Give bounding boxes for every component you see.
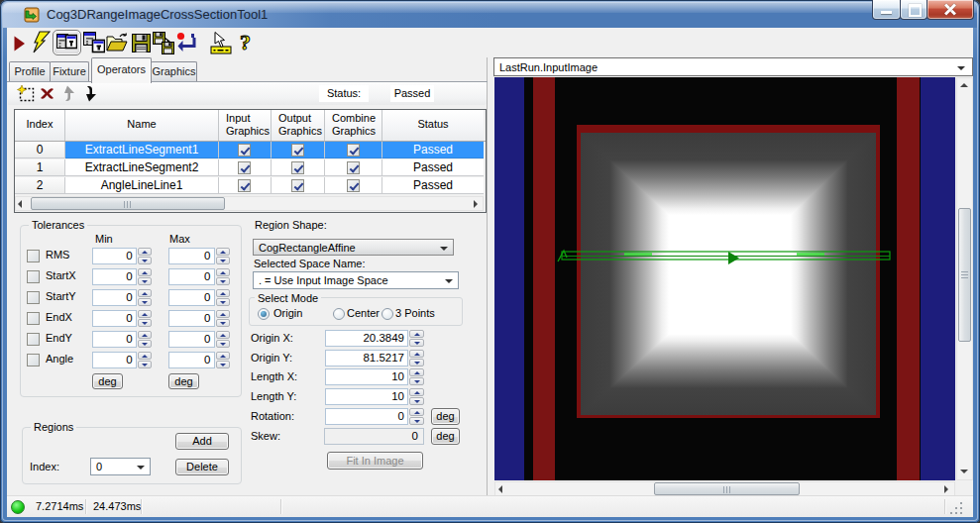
scrollbar-thumb[interactable] — [654, 482, 800, 495]
cell-combine-graphics[interactable] — [325, 142, 382, 158]
spin-down-button[interactable] — [216, 298, 230, 306]
cell-status[interactable]: Passed — [382, 159, 484, 176]
range-image-display[interactable] — [494, 77, 955, 480]
output-graphics-checkbox[interactable] — [291, 144, 304, 157]
radio-origin[interactable] — [258, 308, 270, 320]
spin-up-button[interactable] — [216, 331, 230, 339]
scroll-down-button[interactable] — [957, 464, 972, 479]
max-value[interactable]: 0 — [168, 289, 215, 306]
spin-down-button[interactable] — [138, 319, 152, 327]
tolerance-max-spinner[interactable]: 0 — [168, 331, 230, 348]
scrollbar-thumb[interactable] — [958, 208, 971, 342]
reset-icon[interactable] — [176, 32, 197, 53]
min-value[interactable]: 0 — [92, 268, 137, 285]
save-image-icon[interactable] — [153, 32, 174, 54]
scroll-right-button[interactable] — [938, 482, 954, 495]
tolerance-max-spinner[interactable]: 0 — [168, 352, 230, 368]
resize-grip[interactable] — [950, 501, 963, 514]
scroll-up-button[interactable] — [957, 78, 972, 94]
display-horizontal-scrollbar[interactable] — [494, 481, 955, 496]
spin-up-button[interactable] — [409, 330, 424, 338]
cell-name[interactable]: ExtractLineSegment1 — [65, 142, 219, 158]
close-button[interactable] — [926, 0, 974, 20]
spin-down-button[interactable] — [138, 298, 152, 306]
cell-input-graphics[interactable] — [219, 142, 272, 158]
cell-name[interactable]: ExtractLineSegment2 — [65, 159, 219, 176]
deg-button[interactable]: deg — [431, 408, 460, 425]
spin-down-button[interactable] — [138, 361, 152, 368]
region-index-combo[interactable]: 0 — [90, 458, 151, 475]
input-graphics-checkbox[interactable] — [238, 161, 251, 174]
spin-up-button[interactable] — [409, 388, 424, 396]
col-header-input-graphics[interactable]: InputGraphics — [219, 110, 272, 141]
field-spinner[interactable]: 81.5217 — [325, 350, 424, 366]
cell-index[interactable]: 2 — [15, 177, 65, 194]
cell-status[interactable]: Passed — [382, 177, 484, 194]
tab-operators[interactable]: Operators — [91, 57, 152, 83]
help-icon[interactable]: ? — [237, 31, 254, 54]
tolerance-max-spinner[interactable]: 0 — [168, 310, 230, 327]
col-header-output-graphics[interactable]: OutputGraphics — [272, 110, 325, 141]
move-down-icon[interactable] — [84, 85, 100, 102]
combine-graphics-checkbox[interactable] — [347, 179, 360, 192]
spin-up-button[interactable] — [138, 310, 152, 318]
tolerance-checkbox[interactable] — [27, 333, 40, 346]
tolerance-checkbox[interactable] — [27, 250, 40, 262]
tolerance-min-spinner[interactable]: 0 — [92, 331, 152, 348]
input-graphics-checkbox[interactable] — [238, 179, 251, 192]
cell-index[interactable]: 1 — [15, 159, 65, 176]
spin-down-button[interactable] — [409, 359, 424, 366]
tolerance-min-spinner[interactable]: 0 — [92, 310, 152, 327]
min-value[interactable]: 0 — [92, 352, 137, 368]
table-row[interactable]: 1 ExtractLineSegment2 Passed — [15, 159, 484, 177]
spin-down-button[interactable] — [216, 277, 230, 285]
spin-down-button[interactable] — [409, 417, 424, 425]
field-value[interactable]: 0 — [325, 408, 408, 425]
table-row[interactable]: 2 AngleLineLine1 Passed — [15, 177, 484, 195]
scroll-left-button[interactable] — [495, 482, 511, 495]
cell-output-graphics[interactable] — [272, 142, 325, 158]
display-source-combo[interactable]: LastRun.InputImage — [493, 57, 973, 76]
spin-up-button[interactable] — [138, 268, 152, 276]
spin-down-button[interactable] — [409, 377, 424, 385]
tolerance-checkbox[interactable] — [27, 354, 40, 366]
cell-input-graphics[interactable] — [219, 177, 272, 194]
field-spinner[interactable]: 20.3849 — [325, 330, 424, 347]
field-spinner[interactable]: 10 — [325, 368, 424, 385]
col-header-index[interactable]: Index — [15, 110, 65, 141]
field-value[interactable]: 81.5217 — [325, 350, 408, 366]
cell-combine-graphics[interactable] — [325, 159, 382, 176]
spin-down-button[interactable] — [409, 339, 424, 347]
spin-up-button[interactable] — [138, 331, 152, 339]
tab-profile[interactable]: Profile — [9, 61, 51, 82]
cell-index[interactable]: 0 — [15, 142, 65, 158]
field-spinner[interactable]: 10 — [325, 388, 424, 405]
tolerance-min-spinner[interactable]: 0 — [92, 248, 152, 264]
spin-up-button[interactable] — [409, 350, 424, 358]
cell-combine-graphics[interactable] — [325, 177, 382, 194]
spin-down-button[interactable] — [216, 361, 230, 368]
max-value[interactable]: 0 — [168, 268, 215, 285]
tolerance-max-spinner[interactable]: 0 — [168, 268, 230, 285]
add-operator-icon[interactable] — [17, 85, 35, 102]
scroll-left-button[interactable] — [16, 197, 30, 210]
spin-up-button[interactable] — [138, 289, 152, 297]
input-graphics-checkbox[interactable] — [238, 144, 251, 157]
delete-region-button[interactable]: Delete — [175, 459, 229, 475]
cell-output-graphics[interactable] — [272, 159, 325, 176]
display-vertical-scrollbar[interactable] — [956, 77, 973, 480]
tolerance-min-spinner[interactable]: 0 — [92, 289, 152, 306]
tolerance-checkbox[interactable] — [27, 270, 40, 283]
col-header-combine-graphics[interactable]: CombineGraphics — [325, 110, 382, 141]
output-graphics-checkbox[interactable] — [291, 179, 304, 192]
spin-up-button[interactable] — [216, 310, 230, 318]
spin-up-button[interactable] — [409, 368, 424, 376]
max-deg-button[interactable]: deg — [168, 373, 199, 389]
spin-up-button[interactable] — [138, 352, 152, 360]
benchmark-icon[interactable] — [210, 32, 236, 54]
spin-up-button[interactable] — [409, 408, 424, 416]
spin-down-button[interactable] — [216, 340, 230, 348]
cell-status[interactable]: Passed — [382, 142, 484, 158]
table-horizontal-scrollbar[interactable] — [15, 196, 484, 211]
spin-down-button[interactable] — [409, 397, 424, 405]
